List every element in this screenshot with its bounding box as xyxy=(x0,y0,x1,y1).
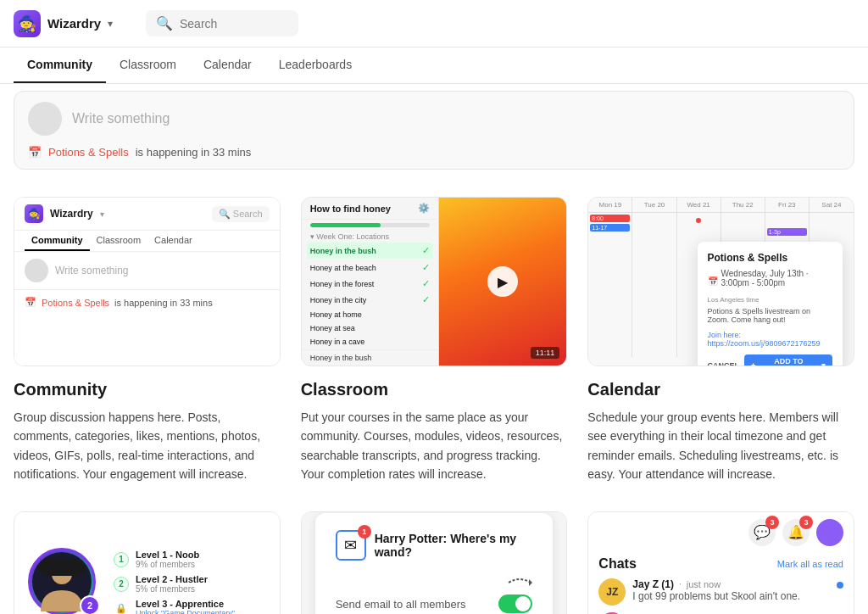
event-bar: 📅 Potions & Spells is happening in 33 mi… xyxy=(28,146,840,159)
msg-1-dot: · xyxy=(679,579,682,589)
modal-cal-icon: 📅 xyxy=(708,276,718,286)
level-num-icon-1: 1 xyxy=(114,552,129,567)
level-info-2: Level 2 - Hustler 5% of members xyxy=(136,574,208,594)
classroom-item-4: Honey in the city xyxy=(310,296,367,304)
level-info-3: Level 3 - Apprentice Unlock "Game Docume… xyxy=(136,599,235,614)
modal-link[interactable]: Join here: https://zoom.us/j/98096721762… xyxy=(708,331,833,348)
play-button[interactable]: ▶ xyxy=(487,266,518,297)
chat-header: Chats Mark all as read xyxy=(588,553,854,578)
logo-area: 🧙 Wizardry ▾ xyxy=(14,10,132,37)
search-input[interactable] xyxy=(180,17,281,31)
check-icon-2: ✓ xyxy=(422,262,430,273)
levels-list: 1 Level 1 - Noob 9% of members 2 Level 2… xyxy=(114,550,266,614)
cal-event-2[interactable]: 11-17 xyxy=(590,224,630,232)
level-pct-1: 9% of members xyxy=(136,560,199,569)
level-unlock-3[interactable]: Unlock "Game Documentary" xyxy=(136,609,235,614)
classroom-gear-icon: ⚙️ xyxy=(418,203,430,214)
feature-gamification: 2 50 Cent Level 2 - Hustler 1 Level 1 - … xyxy=(14,511,281,614)
email-count-badge: 1 xyxy=(358,525,371,539)
level-row-1: 1 Level 1 - Noob 9% of members xyxy=(114,550,266,569)
header: 🧙 Wizardry ▾ 🔍 xyxy=(0,0,868,47)
level-num-icon-2: 2 xyxy=(114,577,129,592)
level-name-3: Level 3 - Apprentice xyxy=(136,599,235,609)
card-event-name: Potions & Spells xyxy=(42,298,109,308)
jay-z-avatar: JZ xyxy=(598,578,626,606)
card-app-name: Wizardry xyxy=(50,208,93,220)
chat-message-row-1: JZ Jay Z (1) · just now I got 99 problem… xyxy=(598,578,843,606)
card-event-text: is happening in 33 mins xyxy=(114,298,213,308)
mark-all-read-button[interactable]: Mark all as read xyxy=(777,559,843,569)
modal-buttons: CANCEL + ADD TO CALENDAR ▾ xyxy=(708,354,833,366)
lock-icon-3: 🔒 xyxy=(114,600,129,614)
modal-title: Potions & Spells xyxy=(708,252,833,264)
add-cal-icon: + xyxy=(751,361,755,366)
tab-leaderboards[interactable]: Leaderboards xyxy=(265,47,365,83)
avatar xyxy=(28,102,62,136)
svg-rect-2 xyxy=(39,559,85,576)
classroom-item-6: Honey at sea xyxy=(307,322,434,334)
tab-community[interactable]: Community xyxy=(14,47,106,83)
search-box[interactable]: 🔍 xyxy=(146,10,298,36)
card-avatar xyxy=(25,259,48,282)
classroom-title: Classroom xyxy=(301,380,568,399)
tab-calendar[interactable]: Calendar xyxy=(190,47,265,83)
cal-col-tue xyxy=(632,213,676,357)
event-status: is happening in 33 mins xyxy=(136,146,252,159)
card-search: 🔍 Search xyxy=(212,206,270,222)
feature-email: ✉ 1 Harry Potter: Where's my wand? xyxy=(301,511,568,614)
card-write-text: Write something xyxy=(55,265,128,276)
unread-dot-1 xyxy=(837,582,843,589)
cal-day-tue: Tue 20 xyxy=(632,198,676,212)
event-name[interactable]: Potions & Spells xyxy=(48,146,129,159)
classroom-card-title: How to find honey xyxy=(310,204,391,214)
feature-classroom: How to find honey ⚙️ ▾ Week One: Locatio… xyxy=(301,197,568,484)
modal-timezone: Los Angeles time xyxy=(708,296,833,304)
card-tab-classroom: Classroom xyxy=(90,231,148,251)
search-icon: 🔍 xyxy=(156,15,173,31)
calendar-icon: 📅 xyxy=(28,146,42,159)
cal-day-sat: Sat 24 xyxy=(810,198,854,212)
email-icon-wrap: ✉ 1 xyxy=(336,530,366,561)
nav-tabs: Community Classroom Calendar Leaderboard… xyxy=(0,47,868,84)
calendar-title: Calendar xyxy=(587,380,854,399)
chat-title: Chats xyxy=(598,556,636,572)
calendar-modal: Potions & Spells 📅 Wednesday, July 13th … xyxy=(698,242,843,366)
level-row-3: 🔒 Level 3 - Apprentice Unlock "Game Docu… xyxy=(114,599,266,614)
chat-msg-content-1: Jay Z (1) · just now I got 99 problems b… xyxy=(632,578,830,602)
classroom-item-3: Honey in the forest xyxy=(310,280,375,288)
classroom-desc: Put your courses in the same place as yo… xyxy=(301,408,568,484)
cal-event-1[interactable]: 8:00 xyxy=(590,215,630,222)
cal-col-mon: 8:00 11-17 xyxy=(588,213,632,357)
tab-classroom[interactable]: Classroom xyxy=(106,47,190,83)
chat-screenshot: 💬 3 🔔 3 Chats Mark all as read xyxy=(587,511,854,614)
chevron-down-icon[interactable]: ▾ xyxy=(108,18,113,30)
cal-event-fri[interactable]: 1-3p xyxy=(767,228,807,236)
feature-chat: 💬 3 🔔 3 Chats Mark all as read xyxy=(587,511,854,614)
classroom-item-7: Honey in a cave xyxy=(307,336,434,348)
classroom-progress-fill xyxy=(310,223,381,227)
classroom-item-5: Honey at home xyxy=(307,309,434,321)
modal-add-calendar-button[interactable]: + ADD TO CALENDAR ▾ xyxy=(744,354,832,366)
level-info-1: Level 1 - Noob 9% of members xyxy=(136,550,199,569)
cal-day-thu: Thu 22 xyxy=(721,198,765,212)
video-time: 11:11 xyxy=(531,347,560,359)
chat-messages-list: JZ Jay Z (1) · just now I got 99 problem… xyxy=(588,578,854,614)
modal-cancel-button[interactable]: CANCEL xyxy=(708,354,740,366)
level-name-2: Level 2 - Hustler xyxy=(136,574,208,584)
chat-bubble-wrap: 💬 3 xyxy=(748,519,776,546)
classroom-section-label: ▾ Week One: Locations xyxy=(302,231,439,243)
modal-date: Wednesday, July 13th · 3:00pm - 5:00pm xyxy=(721,269,833,287)
classroom-section-bottom: Honey in the bush xyxy=(302,349,439,366)
check-icon-1: ✓ xyxy=(422,245,430,256)
email-subject: Harry Potter: Where's my wand? xyxy=(375,532,533,559)
feature-calendar: Mon 19 Tue 20 Wed 21 Thu 22 Fri 23 Sat 2… xyxy=(587,197,854,484)
card-tab-calendar: Calendar xyxy=(147,231,199,251)
msg-1-time: just now xyxy=(687,579,721,589)
features-grid: 🧙 Wizardry ▾ 🔍 Search Community Classroo… xyxy=(14,197,854,614)
email-send-label: Send email to all members xyxy=(336,598,466,611)
email-toggle[interactable] xyxy=(498,594,532,613)
write-input[interactable]: Write something xyxy=(72,111,170,126)
user-avatar-icon[interactable] xyxy=(816,519,843,546)
write-area: Write something xyxy=(28,102,840,136)
classroom-video-bg: ▶ xyxy=(439,198,566,366)
